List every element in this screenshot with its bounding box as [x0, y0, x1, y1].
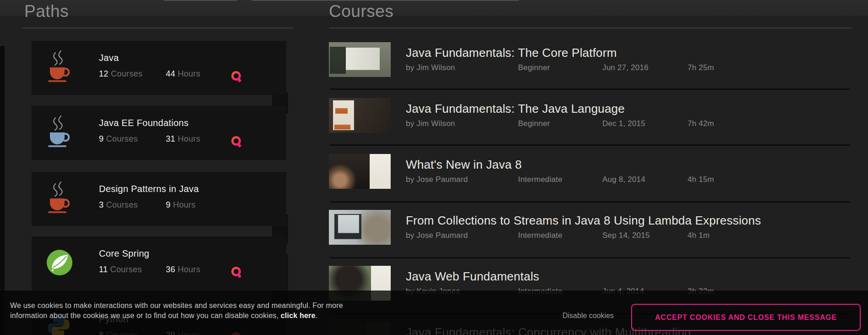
path-course-count: 9 [99, 134, 104, 143]
course-level: Beginner [518, 63, 602, 72]
row-divider [330, 257, 850, 258]
course-date: Dec 1, 2015 [602, 119, 688, 128]
coffee-cup-red-icon [46, 50, 73, 86]
path-hours-count: 31 [166, 134, 175, 143]
disable-cookies-link[interactable]: Disable cookies [562, 312, 614, 320]
path-stats: 9 Courses31 Hours [99, 134, 200, 144]
cookie-message: We use cookies to make interactions with… [10, 301, 343, 321]
top-cutoff-line [251, 0, 519, 1]
row-divider [330, 88, 850, 90]
top-cutoff-line [164, 0, 237, 1]
course-title[interactable]: Java Fundamentals: The Core Platform [406, 46, 617, 60]
course-thumbnail[interactable] [329, 154, 391, 189]
path-card-java-ee-foundations[interactable]: Java EE Foundations 9 Courses31 Hours [32, 106, 286, 160]
courses-heading: Courses [329, 2, 393, 21]
path-title[interactable]: Java EE Foundations [99, 118, 189, 128]
course-thumbnail[interactable] [329, 98, 391, 133]
course-title[interactable]: What's New in Java 8 [406, 158, 522, 172]
course-thumbnail[interactable] [329, 210, 391, 245]
path-course-count: 3 [99, 200, 104, 209]
course-duration: 7h 42m [688, 119, 714, 128]
course-level: Intermediate [518, 231, 602, 240]
coffee-cup-red-icon [46, 181, 73, 217]
path-stats: 11 Courses36 Hours [99, 265, 200, 275]
path-badge-icon [231, 267, 241, 276]
courses-heading-underline [329, 27, 852, 28]
course-meta: by Jose PaumardIntermediateSep 14, 20154… [406, 231, 710, 240]
path-course-count: 12 [99, 69, 109, 78]
path-card-core-spring[interactable]: Core Spring 11 Courses36 Hours [32, 236, 286, 291]
path-title[interactable]: Java [99, 53, 119, 63]
path-card-design-patterns-in-java[interactable]: Design Patterns in Java 3 Courses9 Hours [32, 172, 286, 226]
spring-logo-icon [46, 249, 73, 285]
path-stats: 12 Courses44 Hours [99, 69, 200, 79]
course-duration: 7h 25m [688, 63, 714, 72]
row-divider [330, 201, 850, 203]
course-meta: by Jim WilsonBeginnerJun 27, 20167h 25m [406, 63, 714, 72]
course-thumbnail[interactable] [329, 42, 391, 77]
course-author: by Jim Wilson [406, 63, 518, 72]
path-title[interactable]: Design Patterns in Java [99, 184, 199, 194]
course-meta: by Jose PaumardIntermediateAug 8, 20144h… [406, 175, 714, 184]
path-card-java[interactable]: Java 12 Courses44 Hours [32, 41, 286, 95]
course-author: by Jose Paumard [406, 175, 518, 184]
coffee-cup-blue-icon [46, 115, 73, 151]
row-divider [330, 144, 850, 146]
path-stats: 3 Courses9 Hours [99, 200, 196, 210]
paths-heading: Paths [24, 2, 69, 21]
course-duration: 4h 15m [688, 175, 714, 184]
course-title[interactable]: From Collections to Streams in Java 8 Us… [406, 214, 761, 228]
path-hours-count: 9 [166, 200, 170, 209]
course-author: by Jose Paumard [406, 231, 518, 240]
path-hours-count: 36 [166, 265, 175, 274]
path-badge-icon [231, 71, 241, 81]
paths-heading-underline [22, 27, 294, 28]
accept-cookies-button[interactable]: ACCEPT COOKIES AND CLOSE THIS MESSAGE [631, 304, 861, 331]
course-date: Jun 27, 2016 [602, 63, 688, 72]
course-date: Sep 14, 2015 [602, 231, 688, 240]
course-author: by Jim Wilson [406, 119, 518, 128]
course-title[interactable]: Java Web Fundamentals [406, 269, 539, 284]
course-meta: by Jim WilsonBeginnerDec 1, 20157h 42m [406, 119, 714, 128]
course-date: Aug 8, 2014 [602, 175, 688, 184]
cookie-banner: We use cookies to make interactions with… [0, 291, 868, 335]
path-course-count: 11 [99, 265, 108, 274]
course-level: Beginner [518, 119, 602, 128]
top-band [0, 0, 868, 16]
course-title[interactable]: Java Fundamentals: The Java Language [406, 102, 625, 116]
course-duration: 4h 1m [688, 231, 710, 240]
path-title[interactable]: Core Spring [99, 248, 149, 259]
course-level: Intermediate [518, 175, 602, 184]
path-badge-icon [231, 136, 241, 146]
path-hours-count: 44 [166, 69, 175, 78]
cookie-click-here-link[interactable]: click here [281, 312, 316, 319]
